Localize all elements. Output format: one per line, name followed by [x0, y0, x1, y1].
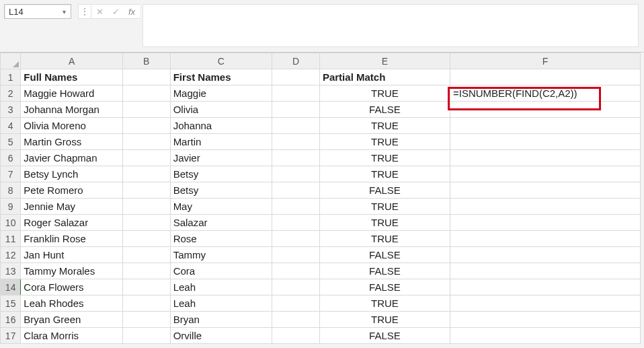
formula-drag-handle[interactable]: ⋮: [78, 4, 91, 19]
cell[interactable]: [122, 69, 170, 85]
cell[interactable]: TRUE: [319, 118, 450, 134]
cell[interactable]: [450, 150, 640, 166]
cell[interactable]: Martin Gross: [21, 134, 123, 150]
cell[interactable]: [272, 312, 320, 328]
cell[interactable]: TRUE: [319, 85, 450, 102]
cell[interactable]: [122, 295, 170, 312]
cell[interactable]: Javier: [170, 150, 272, 166]
cell[interactable]: May: [170, 199, 272, 215]
cell[interactable]: [272, 182, 320, 199]
row-header[interactable]: 11: [1, 231, 21, 247]
cell[interactable]: [450, 215, 640, 231]
cell[interactable]: [122, 199, 170, 215]
col-header-A[interactable]: A: [21, 53, 123, 69]
cell[interactable]: [450, 263, 640, 279]
row-header[interactable]: 16: [1, 312, 21, 328]
cell[interactable]: TRUE: [319, 231, 450, 247]
chevron-down-icon[interactable]: ▾: [60, 8, 68, 15]
cell[interactable]: [122, 247, 170, 263]
cell[interactable]: Johanna Morgan: [21, 102, 123, 118]
cell[interactable]: Clara Morris: [21, 328, 123, 344]
cell[interactable]: [272, 328, 320, 344]
cell[interactable]: [272, 85, 320, 102]
cell[interactable]: [272, 150, 320, 166]
cell[interactable]: [272, 134, 320, 150]
cell[interactable]: Leah Rhodes: [21, 295, 123, 312]
cell[interactable]: [122, 134, 170, 150]
cell[interactable]: Olivia Moreno: [21, 118, 123, 134]
cell[interactable]: Tammy: [170, 247, 272, 263]
row-header[interactable]: 17: [1, 328, 21, 344]
name-box[interactable]: L14 ▾: [4, 4, 71, 19]
cell[interactable]: [122, 231, 170, 247]
cell[interactable]: Javier Chapman: [21, 150, 123, 166]
cell[interactable]: TRUE: [319, 215, 450, 231]
cell[interactable]: [122, 182, 170, 199]
cell[interactable]: Betsy: [170, 182, 272, 199]
cell-formula-callout[interactable]: =ISNUMBER(FIND(C2,A2)): [450, 85, 640, 102]
cell[interactable]: [450, 102, 640, 118]
cell[interactable]: Cora Flowers: [21, 279, 123, 295]
cell[interactable]: [450, 166, 640, 182]
cell[interactable]: Full Names: [21, 69, 123, 85]
cell[interactable]: [450, 328, 640, 344]
cell[interactable]: [450, 279, 640, 295]
row-header[interactable]: 7: [1, 166, 21, 182]
cell[interactable]: FALSE: [319, 182, 450, 199]
cell[interactable]: [450, 247, 640, 263]
cell[interactable]: Pete Romero: [21, 182, 123, 199]
cell[interactable]: Maggie: [170, 85, 272, 102]
row-header[interactable]: 6: [1, 150, 21, 166]
confirm-icon[interactable]: ✓: [108, 5, 124, 18]
row-header[interactable]: 14: [1, 279, 21, 295]
row-header[interactable]: 5: [1, 134, 21, 150]
cell[interactable]: [122, 102, 170, 118]
cell[interactable]: [122, 166, 170, 182]
row-header[interactable]: 1: [1, 69, 21, 85]
cancel-icon[interactable]: ✕: [91, 5, 108, 18]
cell[interactable]: Partial Match: [319, 69, 450, 85]
cell[interactable]: Tammy Morales: [21, 263, 123, 279]
cell[interactable]: Jan Hunt: [21, 247, 123, 263]
cell[interactable]: [122, 85, 170, 102]
formula-input[interactable]: [143, 4, 639, 47]
cell[interactable]: Leah: [170, 295, 272, 312]
cell[interactable]: [450, 134, 640, 150]
row-header[interactable]: 3: [1, 102, 21, 118]
cell[interactable]: [450, 199, 640, 215]
cell[interactable]: FALSE: [319, 328, 450, 344]
cell[interactable]: [272, 69, 320, 85]
cell[interactable]: [450, 312, 640, 328]
row-header[interactable]: 4: [1, 118, 21, 134]
cell[interactable]: [272, 118, 320, 134]
cell[interactable]: [450, 118, 640, 134]
col-header-D[interactable]: D: [272, 53, 320, 69]
cell[interactable]: First Names: [170, 69, 272, 85]
cell[interactable]: [122, 328, 170, 344]
row-header[interactable]: 2: [1, 85, 21, 102]
cell[interactable]: [272, 247, 320, 263]
cell[interactable]: [450, 69, 640, 85]
cell[interactable]: [272, 166, 320, 182]
cell[interactable]: Jennie May: [21, 199, 123, 215]
cell[interactable]: [122, 215, 170, 231]
cell[interactable]: [122, 150, 170, 166]
cell[interactable]: [272, 231, 320, 247]
cell[interactable]: Johanna: [170, 118, 272, 134]
col-header-C[interactable]: C: [170, 53, 272, 69]
row-header[interactable]: 10: [1, 215, 21, 231]
cell[interactable]: Martin: [170, 134, 272, 150]
cell[interactable]: Bryan Green: [21, 312, 123, 328]
cell[interactable]: [122, 312, 170, 328]
row-header[interactable]: 13: [1, 263, 21, 279]
col-header-F[interactable]: F: [450, 53, 640, 69]
row-header[interactable]: 12: [1, 247, 21, 263]
cell[interactable]: Leah: [170, 279, 272, 295]
cell[interactable]: [122, 263, 170, 279]
cell[interactable]: [272, 279, 320, 295]
cell[interactable]: [122, 118, 170, 134]
cell[interactable]: Betsy Lynch: [21, 166, 123, 182]
cell[interactable]: Betsy: [170, 166, 272, 182]
cell[interactable]: Cora: [170, 263, 272, 279]
cell[interactable]: [450, 295, 640, 312]
